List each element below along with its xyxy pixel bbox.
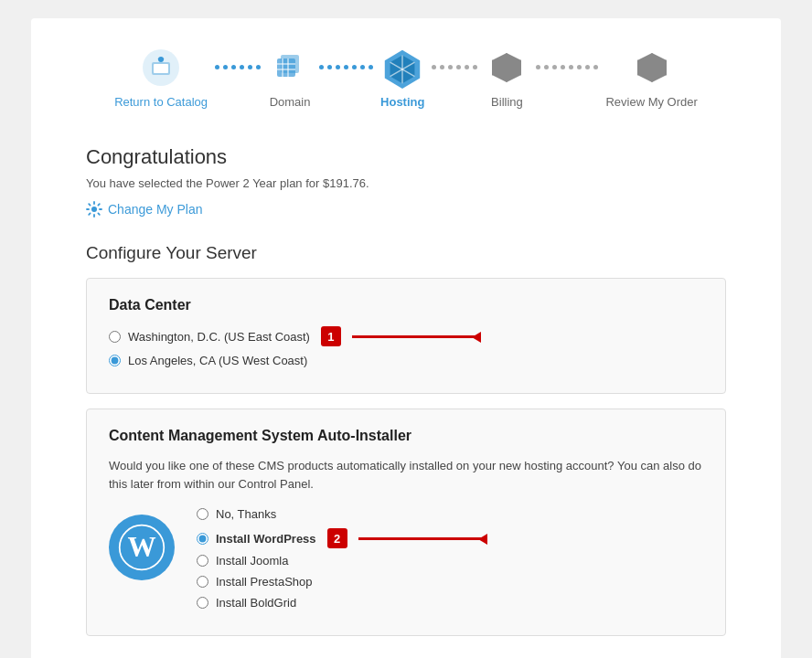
datacenter-option-row-1: Washington, D.C. (US East Coast) 1 bbox=[109, 326, 703, 346]
step-icon-review bbox=[630, 46, 674, 90]
step-icon-catalog bbox=[139, 46, 183, 90]
congrats-section: Congratulations You have selected the Po… bbox=[86, 145, 726, 221]
cms-card: Content Management System Auto-Installer… bbox=[86, 409, 726, 636]
cms-option-4[interactable]: Install BoldGrid bbox=[197, 596, 703, 610]
step-label-review: Review My Order bbox=[605, 95, 697, 109]
change-plan-label: Change My Plan bbox=[108, 202, 203, 217]
dot-inactive bbox=[448, 65, 453, 69]
datacenter-label-1: Washington, D.C. (US East Coast) bbox=[128, 330, 310, 344]
step-icon-domain bbox=[268, 46, 312, 90]
arrow-right-1 bbox=[352, 335, 480, 338]
dot bbox=[369, 65, 373, 69]
cms-option-label-1: Install WordPress bbox=[216, 532, 316, 546]
dot bbox=[215, 65, 219, 69]
cms-option-row-1: Install WordPress 2 bbox=[197, 528, 703, 548]
dot-inactive bbox=[456, 65, 461, 69]
datacenter-card: Data Center Washington, D.C. (US East Co… bbox=[86, 278, 726, 394]
step-label-domain: Domain bbox=[270, 95, 311, 109]
dot-inactive bbox=[536, 65, 540, 69]
dot bbox=[344, 65, 348, 69]
dots-4 bbox=[529, 65, 605, 69]
step-icon-hosting bbox=[380, 46, 424, 90]
cms-radio-3[interactable] bbox=[197, 576, 208, 588]
cms-option-label-2: Install Joomla bbox=[216, 554, 288, 568]
dot bbox=[231, 65, 236, 69]
dot-inactive bbox=[465, 65, 469, 69]
dot bbox=[240, 65, 244, 69]
datacenter-label-2: Los Angeles, CA (US West Coast) bbox=[128, 354, 307, 367]
step-hosting[interactable]: Hosting bbox=[380, 46, 424, 109]
cms-content: W No, Thanks Install WordPress 2 bbox=[109, 507, 703, 617]
dot bbox=[360, 65, 365, 69]
cms-option-1[interactable]: Install WordPress bbox=[197, 532, 316, 546]
svg-rect-5 bbox=[277, 58, 295, 77]
svg-rect-2 bbox=[154, 64, 168, 73]
wizard-steps: Return to Catalog bbox=[86, 46, 726, 109]
dot-inactive bbox=[552, 65, 557, 69]
cms-radio-0[interactable] bbox=[197, 508, 208, 520]
cms-option-label-3: Install PrestaShop bbox=[216, 575, 313, 589]
cms-option-2[interactable]: Install Joomla bbox=[197, 554, 703, 568]
cms-option-label-4: Install BoldGrid bbox=[216, 596, 296, 610]
cms-option-3[interactable]: Install PrestaShop bbox=[197, 575, 703, 589]
configure-title: Configure Your Server bbox=[86, 243, 726, 263]
dot bbox=[319, 65, 324, 69]
cms-option-label-0: No, Thanks bbox=[216, 507, 276, 521]
dot-inactive bbox=[473, 65, 477, 69]
dot-inactive bbox=[432, 65, 436, 69]
dot-inactive bbox=[544, 65, 549, 69]
dot bbox=[223, 65, 228, 69]
cms-title: Content Management System Auto-Installer bbox=[109, 428, 703, 444]
cms-description: Would you like one of these CMS products… bbox=[109, 457, 703, 493]
dot-inactive bbox=[593, 65, 598, 69]
congrats-title: Congratulations bbox=[86, 145, 726, 169]
dot-inactive bbox=[569, 65, 573, 69]
dots-3 bbox=[424, 65, 485, 69]
dot-inactive bbox=[561, 65, 565, 69]
dot-inactive bbox=[440, 65, 444, 69]
step-label-hosting: Hosting bbox=[380, 95, 424, 109]
svg-point-23 bbox=[91, 207, 97, 212]
datacenter-title: Data Center bbox=[109, 297, 703, 313]
dot bbox=[248, 65, 252, 69]
annotation-badge-2: 2 bbox=[327, 528, 347, 548]
change-plan-link[interactable]: Change My Plan bbox=[86, 201, 203, 218]
congrats-subtitle: You have selected the Power 2 Year plan … bbox=[86, 176, 726, 190]
step-label-billing: Billing bbox=[491, 95, 523, 109]
step-review[interactable]: Review My Order bbox=[605, 46, 697, 109]
step-return-catalog[interactable]: Return to Catalog bbox=[114, 46, 208, 109]
arrow-annotation-1 bbox=[352, 335, 480, 338]
arrow-right-2 bbox=[358, 537, 486, 540]
dot bbox=[336, 65, 340, 69]
step-label-catalog: Return to Catalog bbox=[114, 95, 208, 109]
dot bbox=[352, 65, 357, 69]
step-icon-billing bbox=[485, 46, 529, 90]
cms-radio-1[interactable] bbox=[197, 533, 208, 545]
dot-inactive bbox=[577, 65, 582, 69]
dot bbox=[327, 65, 332, 69]
datacenter-option-2[interactable]: Los Angeles, CA (US West Coast) bbox=[109, 354, 703, 367]
datacenter-radio-2[interactable] bbox=[109, 355, 121, 366]
dot bbox=[256, 65, 261, 69]
svg-text:W: W bbox=[127, 531, 155, 563]
datacenter-option-1[interactable]: Washington, D.C. (US East Coast) bbox=[109, 330, 310, 344]
arrow-annotation-2 bbox=[358, 537, 486, 540]
gear-icon bbox=[86, 201, 102, 218]
datacenter-radio-1[interactable] bbox=[109, 331, 121, 343]
cms-options: No, Thanks Install WordPress 2 Install J bbox=[197, 507, 703, 617]
cms-radio-2[interactable] bbox=[197, 555, 208, 567]
step-domain[interactable]: Domain bbox=[268, 46, 312, 109]
dot-inactive bbox=[585, 65, 590, 69]
annotation-badge-1: 1 bbox=[321, 326, 341, 346]
page-container: Return to Catalog bbox=[31, 18, 781, 658]
cms-radio-4[interactable] bbox=[197, 597, 208, 609]
step-billing[interactable]: Billing bbox=[485, 46, 529, 109]
dots-2 bbox=[312, 65, 380, 69]
dots-1 bbox=[208, 65, 268, 69]
wp-logo-svg: W bbox=[118, 524, 166, 571]
wordpress-logo: W bbox=[109, 515, 175, 580]
cms-option-0[interactable]: No, Thanks bbox=[197, 507, 703, 521]
